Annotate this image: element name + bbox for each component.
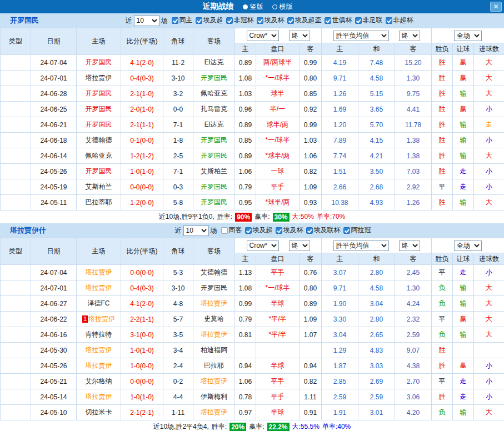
bookmaker-select[interactable]: Crow* — [247, 240, 279, 251]
filter-checkbox[interactable]: 阿拉冠 — [343, 225, 371, 235]
filter-checkbox[interactable]: 埃及联杯 — [306, 225, 341, 235]
match-date: 24-06-25 — [31, 102, 77, 117]
avg-away: 4.41 — [395, 102, 432, 117]
home-team[interactable]: 塔拉贾伊 — [77, 265, 121, 280]
home-team[interactable]: 切拉米卡 — [77, 405, 121, 420]
away-team[interactable]: 伊斯梅利 — [193, 389, 235, 405]
filter-checkbox[interactable]: 同主 — [172, 16, 193, 25]
home-team[interactable]: 1塔拉贾伊 — [77, 312, 121, 327]
bookmaker-select[interactable]: Crow* — [247, 31, 279, 41]
filter-checkbox[interactable]: 埃及杯 — [257, 16, 285, 25]
odds-home: 0.85 — [235, 133, 256, 148]
match-row: 埃及超24-06-25开罗国民2-0(1-0)0-0扎马雷克0.96半/一0.9… — [1, 102, 504, 117]
away-team[interactable]: 佩哈亚克 — [193, 86, 235, 102]
home-team[interactable]: 塔拉贾伊 — [77, 280, 121, 296]
away-team[interactable]: 开罗国民 — [193, 179, 235, 195]
away-team[interactable]: 扎马雷克 — [193, 102, 235, 117]
odds-home: 0.79 — [235, 312, 256, 327]
match-count-select[interactable]: 10 — [183, 225, 209, 236]
filter-checkbox[interactable]: 非超杯 — [386, 16, 413, 25]
home-team[interactable]: 开罗国民 — [77, 86, 121, 102]
controls-row: 类型 日期 主场 比分(半场) 角球 客场 Crow*终 胜平负均值终 全场 — [1, 28, 504, 43]
view-mode-option[interactable]: 竖版 — [243, 2, 263, 12]
away-team[interactable]: 塔拉贾伊 — [193, 296, 235, 312]
avg-select[interactable]: 胜平负均值 — [333, 31, 389, 41]
col-date: 日期 — [31, 28, 77, 55]
view-mode-option[interactable]: 横版 — [272, 2, 293, 12]
away-team[interactable]: El达克 — [193, 117, 235, 133]
away-team[interactable]: 开罗国民 — [193, 195, 235, 211]
away-team[interactable]: El达克 — [193, 55, 235, 71]
home-team[interactable]: 开罗国民 — [77, 102, 121, 117]
away-team[interactable]: 巴拉耶 — [193, 358, 235, 374]
home-team[interactable]: 巴拉蒂耶 — [77, 195, 121, 211]
away-team[interactable]: 开罗国民 — [193, 71, 235, 86]
filter-checkbox[interactable]: 埃及杯 — [276, 225, 303, 235]
away-team[interactable]: 塔拉贾伊 — [193, 405, 235, 420]
filter-checkbox[interactable]: 世俱杯 — [325, 16, 352, 25]
avg-state-select[interactable]: 终 — [399, 31, 420, 41]
avg-away: 2.32 — [395, 312, 432, 327]
match-date: 24-06-27 — [31, 296, 77, 312]
away-team[interactable]: 史莫哈 — [193, 312, 235, 327]
odds-state-select[interactable]: 终 — [289, 240, 310, 251]
home-team[interactable]: 泽德FC — [77, 296, 121, 312]
summary-single-rate: 单率:70% — [317, 212, 345, 222]
filters-bar: 近 10 场 同客埃及超埃及杯埃及联杯阿拉冠 — [46, 225, 500, 236]
home-team[interactable]: 开罗国民 — [77, 164, 121, 179]
window-title: 近期战绩 — [203, 2, 234, 12]
close-button[interactable]: ✕ — [490, 2, 502, 12]
odds-home: 0.95 — [235, 195, 256, 211]
odds-home: 0.99 — [235, 296, 256, 312]
filter-checkbox[interactable]: 埃及超 — [196, 16, 223, 25]
home-team[interactable]: 艾德翰德 — [77, 133, 121, 148]
avg-home: 7.74 — [322, 148, 358, 164]
home-team[interactable]: 塔拉贾伊 — [77, 343, 121, 358]
match-type-cell: 非冠杯 — [1, 164, 31, 179]
away-team[interactable]: 艾斯柏兰 — [193, 164, 235, 179]
away-team[interactable]: 塔拉贾伊 — [193, 327, 235, 343]
home-team[interactable]: 艾尔格纳 — [77, 374, 121, 389]
filter-checkbox[interactable]: 非足联 — [355, 16, 383, 25]
scope-select[interactable]: 全场 — [454, 31, 482, 41]
home-team[interactable]: 塔拉贾伊 — [77, 389, 121, 405]
home-team[interactable]: 塔拉贾伊 — [77, 358, 121, 374]
result: 胜 — [432, 148, 453, 164]
goals-result: 大 — [474, 55, 504, 71]
away-team[interactable]: 开罗国民 — [193, 148, 235, 164]
match-row: 埃及超24-06-16肯特拉特3-1(0-0)3-5塔拉贾伊0.81*平/半1.… — [1, 327, 504, 343]
avg-home: 1.87 — [322, 358, 358, 374]
col-odds-home: 主 — [235, 253, 256, 265]
corners: 0-0 — [163, 102, 193, 117]
avg-select[interactable]: 胜平负均值 — [333, 240, 389, 251]
away-team[interactable]: 艾德翰德 — [193, 265, 235, 280]
avg-draw: 5.70 — [358, 117, 395, 133]
filter-checkbox[interactable]: 埃及超盃 — [287, 16, 322, 25]
home-team[interactable]: 佩哈亚克 — [77, 148, 121, 164]
match-count-select[interactable]: 10 — [134, 16, 159, 26]
match-score: 0-1(0-0) — [121, 133, 163, 148]
filter-checkbox[interactable]: 同客 — [221, 225, 242, 235]
away-team[interactable]: 开罗国民 — [193, 133, 235, 148]
home-team[interactable]: 肯特拉特 — [77, 327, 121, 343]
away-team[interactable]: 柏迪福阿 — [193, 343, 235, 358]
match-type-cell: 埃及超 — [1, 71, 31, 86]
home-team[interactable]: 开罗国民 — [77, 117, 121, 133]
match-row: 埃及杯24-05-30塔拉贾伊1-0(1-0)3-4柏迪福阿1.294.839.… — [1, 343, 504, 358]
avg-draw: 4.83 — [358, 343, 395, 358]
let-result: 输 — [453, 148, 474, 164]
odds-state-select[interactable]: 终 — [289, 31, 310, 41]
home-team[interactable]: 艾斯柏兰 — [77, 179, 121, 195]
away-team[interactable]: 塔拉贾伊 — [193, 374, 235, 389]
avg-state-select[interactable]: 终 — [399, 240, 420, 251]
filter-checkbox[interactable]: 非冠杯 — [226, 16, 254, 25]
away-team[interactable]: 开罗国民 — [193, 280, 235, 296]
home-team[interactable]: 塔拉贾伊 — [77, 71, 121, 86]
home-team[interactable]: 开罗国民 — [77, 55, 121, 71]
scope-select[interactable]: 全场 — [454, 240, 482, 251]
checkbox-checked-icon — [287, 17, 294, 24]
team-title: 开罗国民 — [10, 16, 39, 26]
filter-checkbox[interactable]: 埃及超 — [245, 225, 273, 235]
col-avg-home: 主 — [322, 253, 358, 265]
match-row: 非冠杯24-05-19艾斯柏兰0-0(0-0)0-3开罗国民0.79平手1.09… — [1, 179, 504, 195]
